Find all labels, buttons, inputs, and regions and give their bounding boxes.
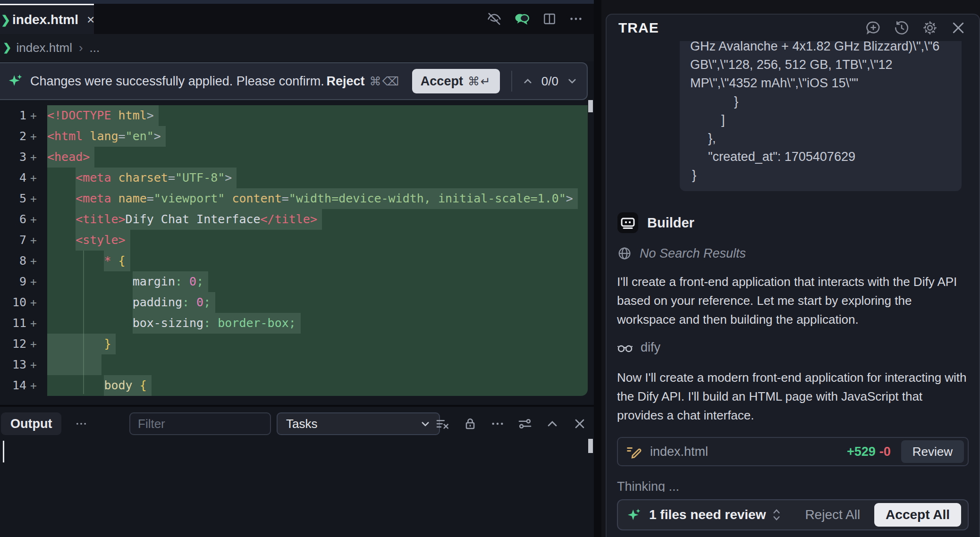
code-line[interactable]: 6+ <title>Dify Chat Interface</title>	[0, 209, 594, 230]
code-line[interactable]: 14+ body {	[0, 375, 594, 396]
diff-added-marker: +	[26, 105, 41, 126]
next-change-icon[interactable]	[565, 74, 579, 88]
panel-more-icon[interactable]	[75, 417, 88, 430]
diff-added-marker: +	[26, 251, 41, 271]
breadcrumb-more[interactable]: ...	[90, 41, 100, 55]
diff-added-marker: +	[26, 334, 41, 354]
code-line[interactable]: 8+ * {	[0, 251, 594, 271]
output-settings-icon[interactable]	[517, 416, 532, 431]
window-top-strip	[0, 0, 594, 4]
code-line[interactable]: 13+	[0, 354, 594, 375]
gear-icon[interactable]	[921, 19, 938, 36]
code-line[interactable]: 2+<html lang="en">	[0, 126, 594, 147]
code-line[interactable]: 7+ <style>	[0, 230, 594, 251]
breadcrumb[interactable]: ❯ index.html › ...	[0, 34, 594, 61]
html-file-icon: ❯	[1, 13, 10, 26]
review-count-label: 1 files need review	[649, 507, 766, 522]
tool-call-row[interactable]: dify	[617, 340, 969, 355]
history-icon[interactable]	[893, 19, 910, 36]
lines-added: +529	[847, 445, 876, 459]
editor-scrollbar-thumb[interactable]	[588, 100, 593, 112]
output-panel-header: Output Tasks	[0, 411, 594, 437]
diff-added-marker: +	[26, 230, 41, 251]
reject-shortcut: ⌘⌫	[370, 75, 400, 88]
breadcrumb-separator: ›	[79, 41, 83, 55]
diff-added-marker: +	[26, 375, 41, 396]
html-file-icon: ❯	[3, 42, 11, 54]
tab-index-html[interactable]: ❯ index.html ×	[0, 4, 94, 34]
json-line: ]	[690, 111, 952, 129]
json-line: GB\",\"128, 256, 512 GB, 1TB\",\"12	[690, 56, 952, 74]
trae-card: TRAE	[606, 14, 980, 537]
close-panel-icon[interactable]	[950, 19, 967, 36]
output-scrollbar-thumb[interactable]	[588, 439, 593, 453]
accept-button[interactable]: Accept ⌘↵	[412, 69, 500, 93]
diff-added-marker: +	[26, 168, 41, 188]
code-line[interactable]: 4+ <meta charset="UTF-8">	[0, 168, 594, 188]
output-tab-label: Output	[10, 417, 52, 431]
code-line[interactable]: 11+ box-sizing: border-box;	[0, 313, 594, 334]
split-editor-icon[interactable]	[542, 11, 557, 26]
line-number: 12	[0, 334, 26, 354]
more-actions-icon[interactable]	[490, 416, 505, 431]
line-number: 3	[0, 147, 26, 168]
accept-all-button[interactable]: Accept All	[874, 503, 961, 527]
line-number: 4	[0, 168, 26, 188]
tab-output[interactable]: Output	[1, 412, 61, 435]
expand-collapse-icon[interactable]	[770, 508, 783, 522]
accept-label: Accept	[421, 74, 463, 89]
line-number: 5	[0, 188, 26, 209]
code-line[interactable]: 5+ <meta name="viewport" content="width=…	[0, 188, 594, 209]
diff-added-marker: +	[26, 147, 41, 168]
indent-guide	[83, 251, 84, 394]
builder-robot-icon	[617, 212, 639, 234]
hide-inline-diff-icon[interactable]	[486, 11, 502, 27]
reject-button[interactable]: Reject	[326, 74, 364, 89]
chat-bubbles-icon[interactable]	[514, 11, 531, 27]
json-line: MP\",\"4352 mAh\",\"iOS 15\""	[690, 74, 952, 92]
chat-scroll-area[interactable]: GHz Avalanche + 4x1.82 GHz Blizzard)\",\…	[607, 41, 979, 492]
sparkle-icon	[626, 507, 642, 523]
clear-output-icon[interactable]	[435, 416, 450, 431]
code-line[interactable]: 10+ padding: 0;	[0, 292, 594, 313]
code-line[interactable]: 9+ margin: 0;	[0, 271, 594, 292]
code-line[interactable]: 12+ }	[0, 334, 594, 354]
panel-divider[interactable]	[0, 405, 594, 407]
diff-added-marker: +	[26, 126, 41, 147]
lock-scroll-icon[interactable]	[463, 416, 478, 431]
review-label: Review	[912, 445, 953, 459]
diff-added-marker: +	[26, 188, 41, 209]
reject-all-button[interactable]: Reject All	[805, 507, 860, 522]
search-status: No Search Results	[640, 246, 746, 261]
chevron-down-icon	[418, 417, 432, 431]
globe-icon	[617, 246, 632, 261]
confirm-message: Changes were successfully applied. Pleas…	[30, 74, 324, 89]
json-code-block: GHz Avalanche + 4x1.82 GHz Blizzard)\",\…	[680, 41, 962, 191]
diff-added-marker: +	[26, 292, 41, 313]
code-line[interactable]: 3+<head>	[0, 147, 594, 168]
editor-section: ❯ index.html ×	[0, 0, 594, 537]
close-panel-icon[interactable]	[572, 416, 587, 431]
tab-close-icon[interactable]: ×	[87, 12, 94, 27]
trae-panel: TRAE	[601, 0, 980, 537]
review-button[interactable]: Review	[901, 440, 964, 463]
maximize-panel-icon[interactable]	[545, 416, 560, 431]
line-number: 1	[0, 105, 26, 126]
code-line[interactable]: 1+<!DOCTYPE html>	[0, 105, 594, 126]
more-actions-icon[interactable]	[568, 11, 583, 26]
edit-file-icon	[625, 443, 642, 460]
output-filter-input[interactable]	[129, 412, 271, 435]
output-channel-label: Tasks	[286, 417, 418, 431]
line-number: 6	[0, 209, 26, 230]
glasses-icon	[617, 342, 633, 354]
breadcrumb-file[interactable]: index.html	[16, 41, 72, 55]
diff-added-marker: +	[26, 313, 41, 334]
divider	[511, 71, 512, 92]
prev-change-icon[interactable]	[521, 74, 535, 88]
file-change-card[interactable]: index.html +529 -0 Review	[617, 437, 969, 466]
builder-row: Builder	[617, 212, 969, 234]
new-chat-icon[interactable]	[865, 19, 882, 36]
builder-label: Builder	[647, 215, 694, 231]
output-channel-select[interactable]: Tasks	[277, 412, 440, 435]
code-editor[interactable]: 1+<!DOCTYPE html>2+<html lang="en">3+<he…	[0, 105, 594, 396]
